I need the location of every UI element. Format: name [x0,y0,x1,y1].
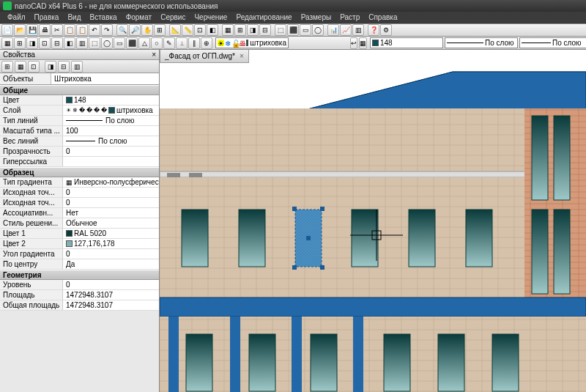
toolbar-button[interactable]: ⬛ [287,24,299,36]
props-toolbar-button[interactable]: ⊟ [58,61,70,73]
close-tab-icon[interactable]: × [240,52,244,60]
toolbar-button[interactable]: ▭ [114,37,125,49]
menu-item[interactable]: Вид [63,12,85,23]
toolbar-button[interactable]: ▥ [76,37,88,49]
toolbar-button[interactable]: 📋 [64,24,75,36]
toolbar-button[interactable]: 📏 [182,24,193,36]
toolbar-button[interactable]: 📊 [327,24,339,36]
property-row[interactable]: Вес линийПо слою [0,136,159,147]
toolbar-button[interactable]: ⊟ [51,37,63,49]
property-row[interactable]: Угол градиента0 [0,249,159,259]
menu-item[interactable]: Формат [122,12,157,23]
toolbar-button[interactable]: ⊡ [39,37,51,49]
property-row[interactable]: Цвет 1RAL 5020 [0,229,159,239]
property-row[interactable]: Цвет 2127,176,178 [0,239,159,249]
drawing-viewport[interactable] [160,63,586,392]
menu-item[interactable]: Правка [30,12,64,23]
section-geometry[interactable]: Геометрия [0,270,159,280]
toolbar-button[interactable]: 💾 [26,24,38,36]
toolbar-button[interactable]: ⟂ [176,37,188,49]
toolbar-button[interactable]: ✂ [51,24,63,36]
svg-rect-31 [306,236,311,240]
linetype-selector[interactable]: По слою [445,37,518,48]
toolbar-button[interactable]: ⚙ [380,24,392,36]
layer-prev-icon[interactable]: ↩ [350,37,357,49]
toolbar-button[interactable]: 📄 [1,24,13,36]
menu-item[interactable]: Вставка [85,12,121,23]
menu-item[interactable]: Сервис [156,12,190,23]
property-row[interactable]: Тип линийПо слою [0,116,159,126]
property-row[interactable]: Исходная точ...0 [0,188,159,198]
toolbar-button[interactable]: 🔍 [116,24,128,36]
property-row[interactable]: Масштаб типа ...100 [0,126,159,136]
property-row[interactable]: Слой☀❄🔓🖶штриховка [0,106,159,116]
toolbar-button[interactable]: ⬚ [275,24,286,36]
toolbar-button[interactable]: ▦ [222,24,234,36]
drawing-canvas[interactable]: _Фасад от ОГП.dwg* × [160,50,586,392]
section-general[interactable]: Общие [0,85,159,95]
props-toolbar-button[interactable]: ⊞ [1,61,13,73]
toolbar-button[interactable]: ○ [151,37,163,49]
toolbar-button[interactable]: ◧ [64,37,75,49]
toolbar-button[interactable]: ▭ [300,24,311,36]
property-row[interactable]: Уровень0 [0,280,159,290]
close-icon[interactable]: × [152,51,156,59]
toolbar-button[interactable]: ⬛ [126,37,138,49]
object-type-dropdown[interactable]: Штриховка [51,73,159,84]
toolbar-button[interactable]: ∥ [188,37,200,49]
toolbar-button[interactable]: ◧ [207,24,218,36]
toolbar-button[interactable]: ▥ [352,24,364,36]
toolbar-button[interactable]: ⊞ [14,37,26,49]
toolbar-button[interactable]: 📂 [14,24,26,36]
menu-item[interactable]: Растр [335,12,364,23]
props-toolbar-button[interactable]: ◨ [45,61,56,73]
props-toolbar-button[interactable]: ▦ [15,61,26,73]
toolbar-button[interactable]: ⬚ [89,37,100,49]
property-row[interactable]: По центруДа [0,259,159,270]
toolbar-button[interactable]: ◯ [312,24,324,36]
section-pattern[interactable]: Образец [0,167,159,177]
lineweight-selector[interactable]: По слою [519,37,586,48]
menu-item[interactable]: Редактирование [231,12,296,23]
property-row[interactable]: Ассоциативн...Нет [0,208,159,218]
svg-rect-46 [492,334,519,391]
property-row[interactable]: Гиперссылка [0,157,159,167]
toolbar-button[interactable]: ↷ [101,24,113,36]
menu-item[interactable]: Размеры [297,12,336,23]
props-toolbar-button[interactable]: ⊡ [28,61,40,73]
toolbar-button[interactable]: 🔎 [129,24,141,36]
toolbar-button[interactable]: ◨ [247,24,259,36]
toolbar-button[interactable]: ⊕ [201,37,212,49]
property-row[interactable]: Площадь1472948.3107 [0,290,159,300]
toolbar-button[interactable]: 🖶 [39,24,51,36]
toolbar-button[interactable]: ⊞ [154,24,166,36]
toolbar-button[interactable]: 📋 [76,24,88,36]
toolbar-button[interactable]: 📈 [340,24,352,36]
toolbar-button[interactable]: ⊡ [194,24,206,36]
toolbar-button[interactable]: △ [138,37,150,49]
toolbar-button[interactable]: ⊟ [259,24,271,36]
menu-item[interactable]: Черчение [190,12,231,23]
toolbar-button[interactable]: ❓ [368,24,379,36]
property-row[interactable]: Исходная точ...0 [0,198,159,208]
menu-item[interactable]: Справка [364,12,401,23]
property-row[interactable]: Цвет148 [0,95,159,106]
toolbar-button[interactable]: ◯ [101,37,113,49]
toolbar-button[interactable]: ▦ [1,37,13,49]
toolbar-button[interactable]: 📐 [169,24,181,36]
toolbar-button[interactable]: ⊞ [234,24,246,36]
layer-state-icon[interactable]: ▦ [359,37,367,49]
document-tab[interactable]: _Фасад от ОГП.dwg* × [160,50,249,63]
menu-item[interactable]: Файл [3,12,30,23]
props-toolbar-button[interactable]: ▥ [71,61,83,73]
property-row[interactable]: Тип градиента▦Инверсно-полусферический [0,177,159,188]
color-selector[interactable]: 148 [370,37,443,48]
toolbar-button[interactable]: ↶ [89,24,100,36]
toolbar-button[interactable]: ✋ [141,24,153,36]
toolbar-button[interactable]: ◨ [26,37,38,49]
layer-selector[interactable]: ☀❄🔓🖶 штриховка [215,37,289,48]
property-row[interactable]: Общая площадь1472948.3107 [0,300,159,311]
property-row[interactable]: Прозрачность0 [0,147,159,157]
property-row[interactable]: Стиль решени...Обычное [0,218,159,229]
toolbar-button[interactable]: ✎ [163,37,175,49]
